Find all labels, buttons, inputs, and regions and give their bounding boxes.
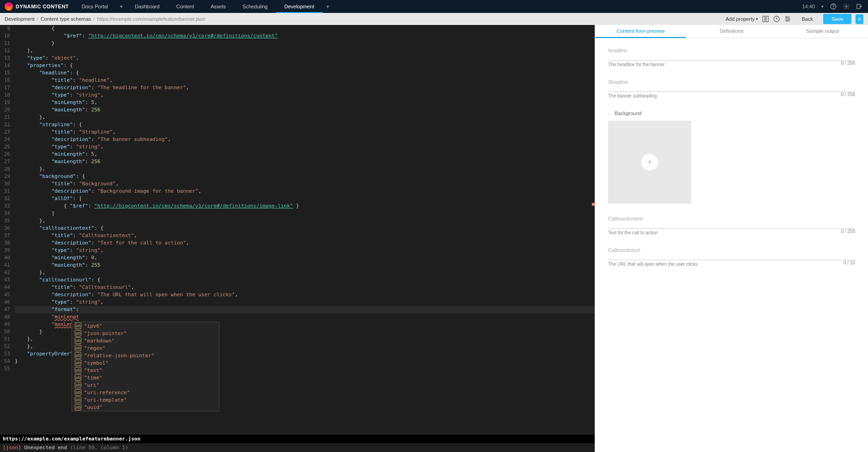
clock: 14:40 — [802, 4, 815, 9]
nav-docs-dropdown-icon[interactable]: ▾ — [116, 4, 127, 10]
back-button[interactable]: Back — [795, 14, 819, 24]
field-desc: Text for the call to action — [608, 230, 855, 235]
section-header[interactable]: ⌄ Background — [608, 110, 855, 116]
field-label: Strapline — [608, 79, 855, 85]
autocomplete-popup[interactable]: ab"ipv6"ab"json-pointer"ab"markdown"ab"r… — [72, 322, 219, 411]
enum-icon: ab — [75, 404, 81, 410]
layout-icon[interactable] — [762, 15, 769, 23]
nav-development[interactable]: Development — [276, 0, 323, 13]
crumb-sep: / — [37, 16, 38, 22]
chevron-down-icon: ⌄ — [608, 111, 612, 116]
svg-rect-4 — [763, 16, 765, 22]
autocomplete-option[interactable]: ab"ipv6" — [72, 322, 219, 330]
preview-panel: Content form preview Definitions Sample … — [595, 25, 868, 452]
line-gutter: 9101112131415161718192021222324252627282… — [0, 25, 13, 373]
problems-location: (line 59, column 1) — [70, 445, 128, 451]
enum-icon: ab — [75, 330, 81, 336]
field-headline: headline The headline for the banner 0 /… — [608, 48, 855, 67]
topbar: DYNAMIC CONTENT Docs Portal ▾ Dashboard … — [0, 0, 868, 13]
problems-file[interactable]: https://example.com/examplefeaturebanner… — [0, 434, 595, 443]
logo[interactable]: DYNAMIC CONTENT — [0, 2, 73, 11]
enum-icon: ab — [75, 374, 81, 381]
field-count: 0 / 10 — [844, 260, 855, 265]
section-background: ⌄ Background + — [608, 110, 855, 204]
field-count: 0 / 256 — [841, 61, 855, 66]
chevron-down-icon: ▾ — [756, 17, 758, 21]
enum-icon: ab — [75, 337, 81, 344]
enum-icon: ab — [75, 397, 81, 403]
autocomplete-option[interactable]: ab"time" — [72, 374, 219, 381]
autocomplete-option[interactable]: ab"symbol" — [72, 359, 219, 366]
tab-sample-output[interactable]: Sample output — [777, 25, 868, 38]
field-input[interactable] — [608, 85, 855, 92]
nav-dashboard[interactable]: Dashboard — [127, 0, 168, 13]
autocomplete-option[interactable]: ab"uri-reference" — [72, 389, 219, 396]
code-area[interactable]: { "$ref": "http://bigcontent.io/cms/sche… — [15, 25, 595, 365]
autocomplete-option[interactable]: ab"regex" — [72, 344, 219, 352]
autocomplete-option[interactable]: ab"uri-template" — [72, 396, 219, 403]
svg-rect-5 — [766, 16, 769, 22]
crumb-sep: / — [93, 16, 95, 22]
svg-point-2 — [845, 6, 847, 7]
nav-content[interactable]: Content — [168, 0, 203, 13]
svg-point-7 — [786, 17, 787, 18]
clock-dropdown-icon[interactable]: ▾ — [821, 4, 824, 9]
save-dropdown-button[interactable]: ▾ — [856, 14, 863, 24]
autocomplete-option[interactable]: ab"uuid" — [72, 403, 219, 411]
problems-panel: https://example.com/examplefeaturebanner… — [0, 434, 595, 452]
field-desc: The URL that will open when the user cli… — [608, 262, 855, 267]
help-icon[interactable] — [830, 3, 837, 10]
field-input[interactable] — [608, 221, 855, 229]
code-editor[interactable]: 9101112131415161718192021222324252627282… — [0, 25, 595, 434]
field-count: 0 / 255 — [841, 229, 855, 234]
save-button[interactable]: Save — [823, 14, 851, 24]
nav-assets[interactable]: Assets — [202, 0, 234, 13]
image-dropzone[interactable]: + — [608, 121, 691, 204]
field-desc: The headline for the banner — [608, 62, 855, 67]
section-label: Background — [615, 110, 642, 116]
field-input[interactable] — [608, 253, 855, 260]
autocomplete-option[interactable]: ab"text" — [72, 366, 219, 374]
crumb-schemas[interactable]: Content type schemas — [41, 16, 91, 22]
svg-point-8 — [789, 18, 790, 20]
autocomplete-option[interactable]: ab"relative-json-pointer" — [72, 352, 219, 359]
code-editor-panel: 9101112131415161718192021222324252627282… — [0, 25, 595, 452]
tab-definitions[interactable]: Definitions — [686, 25, 777, 38]
brand-text: DYNAMIC CONTENT — [16, 4, 69, 9]
field-label: Calltoactiontext — [608, 216, 855, 221]
field-calltoactionurl: Calltoactionurl The URL that will open w… — [608, 247, 855, 267]
nav-docs-portal[interactable]: Docs Portal — [73, 0, 116, 13]
field-input[interactable] — [608, 53, 855, 61]
nav-development-dropdown-icon[interactable]: ▾ — [323, 4, 333, 10]
enum-icon: ab — [75, 382, 81, 388]
problems-tag: [json] — [3, 445, 21, 451]
field-strapline: Strapline The banner subheading 0 / 256 — [608, 79, 855, 98]
breadcrumb-bar: Development / Content type schemas / htt… — [0, 13, 868, 25]
enum-icon: ab — [75, 360, 81, 366]
svg-point-1 — [833, 8, 834, 8]
sliders-icon[interactable] — [784, 15, 791, 23]
enum-icon: ab — [75, 345, 81, 351]
enum-icon: ab — [75, 352, 81, 359]
enum-icon: ab — [75, 367, 81, 373]
svg-point-9 — [787, 20, 788, 22]
tab-content-form-preview[interactable]: Content form preview — [595, 25, 686, 38]
problems-row[interactable]: [json] Unexpected end (line 59, column 1… — [0, 443, 595, 452]
logo-icon — [5, 2, 13, 11]
field-label: Calltoactionurl — [608, 247, 855, 253]
gear-icon[interactable] — [843, 3, 850, 10]
minimap-error-marker[interactable] — [592, 203, 595, 206]
exit-icon[interactable] — [856, 3, 862, 10]
field-count: 0 / 256 — [841, 92, 855, 97]
problems-message: Unexpected end — [24, 445, 67, 451]
autocomplete-option[interactable]: ab"json-pointer" — [72, 330, 219, 337]
enum-icon: ab — [75, 323, 81, 329]
autocomplete-option[interactable]: ab"markdown" — [72, 337, 219, 344]
crumb-development[interactable]: Development — [5, 16, 35, 22]
add-property-button[interactable]: Add property ▾ — [725, 16, 758, 22]
nav-scheduling[interactable]: Scheduling — [234, 0, 276, 13]
plus-icon: + — [641, 154, 658, 171]
field-calltoactiontext: Calltoactiontext Text for the call to ac… — [608, 216, 855, 235]
autocomplete-option[interactable]: ab"uri" — [72, 381, 219, 389]
history-icon[interactable] — [773, 15, 780, 23]
